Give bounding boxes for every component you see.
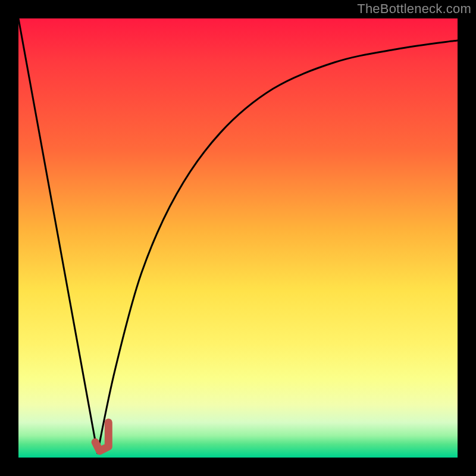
bottleneck-curve xyxy=(18,18,458,453)
watermark-text: TheBottleneck.com xyxy=(357,1,471,17)
chart-frame: TheBottleneck.com xyxy=(0,0,476,476)
plot-area xyxy=(18,18,458,458)
curve-layer xyxy=(18,18,458,458)
